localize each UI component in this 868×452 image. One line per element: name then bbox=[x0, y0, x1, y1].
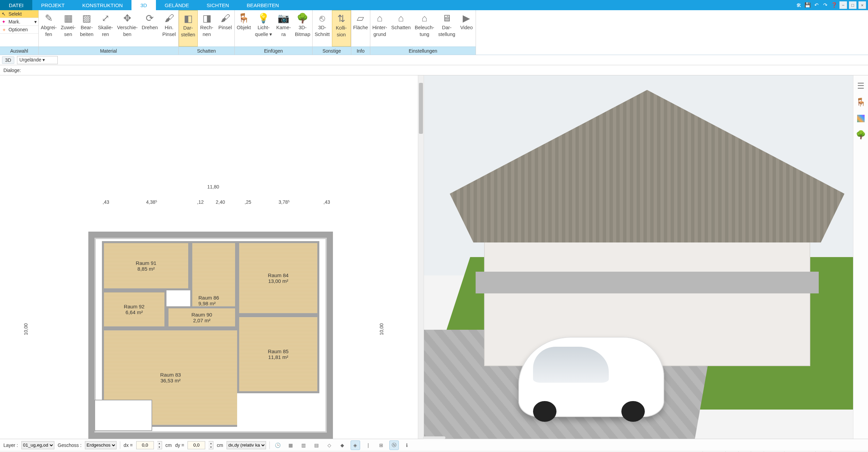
redo-icon[interactable]: ↷ bbox=[822, 2, 829, 8]
options-button[interactable]: ＋ Optionen bbox=[0, 26, 38, 34]
scrollbar-2d[interactable] bbox=[418, 75, 424, 439]
move-icon: ✥ bbox=[120, 12, 135, 24]
menu-3d[interactable]: 3D bbox=[131, 0, 156, 10]
minimize-button[interactable]: − bbox=[839, 1, 847, 9]
dim: ,43 bbox=[103, 199, 109, 205]
kollision-button[interactable]: ⇅Kolli- sion bbox=[332, 10, 351, 47]
bearbeiten-button[interactable]: ▨Bear- beiten bbox=[77, 10, 96, 47]
unit-cm2: cm bbox=[217, 442, 223, 448]
3d-bitmap-button[interactable]: 🌳3D- Bitmap bbox=[293, 10, 312, 47]
layers-icon[interactable]: ☰ bbox=[856, 81, 866, 91]
brush-icon: 🖌 bbox=[162, 12, 176, 24]
car-model bbox=[518, 337, 664, 417]
group-title-einfuegen: Einfügen bbox=[235, 47, 313, 55]
mark-button[interactable]: ✦ Mark. ▾ bbox=[0, 18, 38, 26]
skalieren-button[interactable]: ⤢Skalie- ren bbox=[96, 10, 115, 47]
schatten-pinsel-button[interactable]: 🖌Pinsel bbox=[216, 10, 234, 47]
ribbon-info-group: ▱Fläche Info bbox=[351, 10, 371, 55]
verschieben-button[interactable]: ✥Verschie- ben bbox=[115, 10, 140, 47]
right-toolbar: ☰ 🪑 🌳 bbox=[853, 75, 868, 439]
menu-projekt[interactable]: PROJEKT bbox=[32, 0, 73, 10]
room-85[interactable]: Raum 85 11,81 m² bbox=[237, 315, 319, 393]
calc-icon: ◨ bbox=[200, 12, 214, 24]
dim: ,43 bbox=[323, 199, 330, 205]
tool-b-icon[interactable]: ▥ bbox=[299, 440, 308, 450]
abgreifen-button[interactable]: ✎Abgrei- fen bbox=[39, 10, 59, 47]
ribbon: ↖ Selekt ✦ Mark. ▾ ＋ Optionen Auswahl ✎A… bbox=[0, 10, 868, 55]
maximize-button[interactable]: □ bbox=[849, 1, 856, 9]
lichtquelle-button[interactable]: 💡Licht- quelle ▾ bbox=[253, 10, 274, 47]
display-icon: 🖥 bbox=[440, 12, 454, 24]
room-86[interactable]: Raum 86 9,98 m² bbox=[190, 241, 237, 315]
rotate-icon: ⟳ bbox=[143, 12, 157, 24]
beleuchtung-button[interactable]: ⌂Beleuch- tung bbox=[413, 10, 436, 47]
dy-stepper[interactable]: ▴▾ bbox=[209, 441, 213, 449]
view-tag-3d[interactable]: 3D bbox=[2, 56, 14, 64]
shadow-brush-icon: 🖌 bbox=[218, 12, 232, 24]
video-button[interactable]: ▶Video bbox=[457, 10, 476, 47]
ribbon-einfuegen-group: 🪑Objekt 💡Licht- quelle ▾ 📷Kame- ra 🌳3D- … bbox=[235, 10, 313, 55]
grid-icon[interactable]: ⊞ bbox=[376, 440, 386, 450]
tool-f-icon[interactable]: ◈ bbox=[351, 440, 360, 450]
tool-a-icon[interactable]: ▦ bbox=[286, 440, 296, 450]
menu-sichten[interactable]: SICHTEN bbox=[198, 0, 238, 10]
title-icons: 🛠 💾 ↶ ↷ ❓ − □ × bbox=[795, 0, 868, 10]
plan-view-2d[interactable]: 11,80 ,43 4,38⁵ ,12 2,40 ,25 3,78⁵ ,43 1… bbox=[0, 75, 418, 439]
scrollbar-thumb[interactable] bbox=[419, 83, 423, 134]
flaeche-button[interactable]: ▱Fläche bbox=[351, 10, 370, 47]
floor-select[interactable]: Erdgeschos bbox=[85, 441, 117, 449]
resize-grip[interactable] bbox=[423, 436, 445, 439]
dy-input[interactable] bbox=[188, 441, 205, 449]
dx-stepper[interactable]: ▴▾ bbox=[157, 441, 162, 449]
tool-c-icon[interactable]: ▤ bbox=[312, 440, 321, 450]
undo-icon[interactable]: ↶ bbox=[813, 2, 820, 8]
close-button[interactable]: × bbox=[858, 1, 866, 9]
layer-select[interactable]: 01_ug,eg,od bbox=[21, 441, 54, 449]
schatten-einst-button[interactable]: ⌂Schatten bbox=[389, 10, 413, 47]
darstellung-button[interactable]: 🖥Dar- stellung bbox=[436, 10, 457, 47]
tool-icon[interactable]: 🛠 bbox=[795, 2, 802, 8]
dx-label: dx = bbox=[124, 442, 133, 448]
furniture-icon[interactable]: 🪑 bbox=[856, 97, 866, 107]
terrain-select[interactable]: Urgelände ▾ bbox=[17, 56, 58, 64]
unit-cm: cm bbox=[165, 442, 172, 448]
select-button[interactable]: ↖ Selekt bbox=[0, 10, 38, 18]
save-icon[interactable]: 💾 bbox=[804, 2, 811, 8]
drehen-button[interactable]: ⟳Drehen bbox=[140, 10, 160, 47]
view-3d[interactable] bbox=[424, 75, 853, 439]
pinsel-button[interactable]: 🖌Hin. Pinsel bbox=[160, 10, 178, 47]
darstellen-button[interactable]: ◧Dar- stellen bbox=[179, 10, 198, 47]
rechnen-button[interactable]: ◨Rech- nen bbox=[198, 10, 216, 47]
zuweisen-button[interactable]: ▦Zuwei- sen bbox=[59, 10, 78, 47]
plant-icon[interactable]: 🌳 bbox=[856, 130, 866, 140]
info-icon[interactable]: ℹ bbox=[402, 440, 412, 450]
objekt-button[interactable]: 🪑Objekt bbox=[235, 10, 253, 47]
group-title-auswahl: Auswahl bbox=[0, 47, 38, 55]
north-icon[interactable]: Ⓝ bbox=[389, 440, 399, 450]
coord-mode-select[interactable]: dx,dy (relativ ka bbox=[227, 441, 266, 449]
menu-bearbeiten[interactable]: BEARBEITEN bbox=[238, 0, 288, 10]
garage-space[interactable] bbox=[94, 400, 152, 431]
menu-konstruktion[interactable]: KONSTRUKTION bbox=[73, 0, 131, 10]
dx-input[interactable] bbox=[136, 441, 154, 449]
chair-icon: 🪑 bbox=[237, 12, 251, 24]
plus-icon: ＋ bbox=[2, 27, 7, 32]
palette-icon[interactable] bbox=[856, 113, 866, 124]
room-92[interactable]: Raum 92 6,64 m² bbox=[102, 290, 166, 328]
scale-icon: ⤢ bbox=[98, 12, 112, 24]
camera-icon: 📷 bbox=[277, 12, 291, 24]
dim-left-total: 10,00 bbox=[23, 323, 29, 335]
clock-icon[interactable]: 🕒 bbox=[273, 440, 283, 450]
room-91[interactable]: Raum 91 8,85 m² bbox=[102, 241, 190, 290]
tool-e-icon[interactable]: ◆ bbox=[338, 440, 347, 450]
tool-d-icon[interactable]: ◇ bbox=[325, 440, 334, 450]
room-90[interactable]: Raum 90 2,07 m² bbox=[166, 306, 237, 328]
3d-schnitt-button[interactable]: ⎋3D- Schnitt bbox=[313, 10, 332, 47]
kamera-button[interactable]: 📷Kame- ra bbox=[274, 10, 293, 47]
menu-datei[interactable]: DATEI bbox=[0, 0, 32, 10]
room-84[interactable]: Raum 84 13,00 m² bbox=[237, 241, 319, 315]
hintergrund-button[interactable]: ⌂Hinter- grund bbox=[370, 10, 389, 47]
menu-gelaende[interactable]: GELÄNDE bbox=[156, 0, 198, 10]
help-icon[interactable]: ❓ bbox=[831, 2, 837, 8]
dim: 4,38⁵ bbox=[146, 199, 157, 205]
